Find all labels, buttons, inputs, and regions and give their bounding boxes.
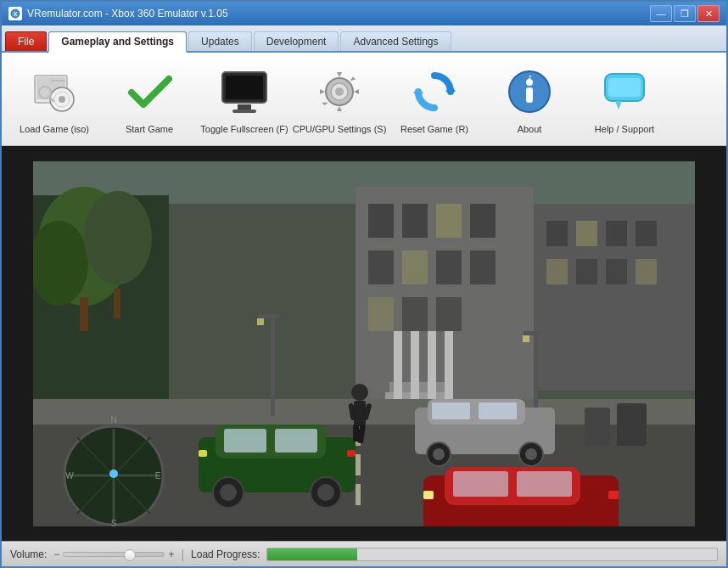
svg-rect-70	[258, 314, 279, 318]
svg-rect-62	[636, 259, 657, 284]
svg-rect-95	[453, 471, 508, 497]
svg-rect-55	[546, 221, 568, 246]
svg-rect-77	[224, 429, 266, 453]
svg-rect-33	[80, 297, 88, 331]
svg-rect-84	[347, 450, 356, 457]
svg-rect-39	[470, 204, 496, 238]
tab-file[interactable]: File	[5, 31, 47, 51]
minimize-button[interactable]: —	[650, 5, 672, 22]
help-support-label: Help / Support	[595, 124, 654, 134]
game-canvas: N S E W	[33, 161, 695, 526]
svg-point-103	[351, 384, 368, 401]
svg-rect-43	[470, 250, 496, 284]
svg-point-90	[433, 448, 445, 460]
svg-marker-26	[615, 101, 622, 110]
window-title: VRemulator.com - Xbox 360 Emulator v.1.0…	[27, 8, 650, 20]
volume-label: Volume:	[10, 548, 47, 560]
svg-rect-71	[257, 318, 264, 325]
svg-rect-109	[585, 408, 610, 446]
progress-label: Load Progress:	[191, 548, 260, 560]
svg-rect-22	[526, 87, 533, 103]
gear-icon	[312, 65, 367, 119]
reset-game-label: Reset Game (R)	[400, 124, 468, 134]
svg-text:N: N	[110, 415, 116, 425]
main-window: X VRemulator.com - Xbox 360 Emulator v.1…	[0, 0, 728, 568]
cpu-gpu-label: CPU/GPU Settings (S)	[293, 124, 387, 134]
svg-point-5	[59, 96, 65, 103]
volume-thumb[interactable]	[124, 549, 136, 561]
svg-rect-78	[275, 429, 317, 453]
svg-rect-40	[368, 250, 394, 284]
svg-text:X: X	[14, 11, 18, 17]
volume-slider[interactable]	[63, 552, 165, 557]
status-bar: Volume: − + | Load Progress:	[2, 541, 726, 566]
svg-point-23	[526, 79, 533, 86]
reset-game-button[interactable]: Reset Game (R)	[389, 58, 480, 141]
svg-rect-56	[576, 221, 597, 246]
svg-rect-68	[356, 484, 361, 505]
svg-text:S: S	[111, 519, 117, 526]
start-game-label: Start Game	[126, 124, 173, 134]
svg-rect-57	[606, 221, 627, 246]
svg-rect-52	[428, 331, 436, 399]
tab-bar: File Gameplay and Settings Updates Devel…	[2, 25, 726, 53]
svg-point-117	[109, 470, 118, 478]
svg-rect-96	[517, 471, 572, 497]
svg-rect-101	[423, 491, 434, 499]
help-support-button[interactable]: Help / Support	[579, 58, 670, 141]
window-controls: — ❐ ✕	[650, 5, 720, 22]
progress-bar	[266, 548, 718, 561]
svg-text:E: E	[155, 471, 161, 481]
start-game-button[interactable]: Start Game	[104, 58, 195, 141]
volume-min-icon: −	[53, 548, 59, 560]
svg-rect-67	[356, 454, 361, 475]
tab-updates[interactable]: Updates	[188, 31, 252, 51]
load-game-label: Load Game (iso)	[20, 124, 89, 134]
status-separator: |	[181, 548, 184, 561]
check-icon	[122, 65, 176, 119]
close-button[interactable]: ✕	[697, 5, 720, 22]
svg-rect-83	[199, 450, 207, 457]
svg-rect-42	[436, 250, 462, 284]
svg-rect-53	[445, 331, 453, 399]
chat-icon	[597, 65, 652, 119]
app-icon: X	[8, 7, 22, 20]
svg-rect-14	[232, 110, 256, 113]
game-area: N S E W	[2, 146, 726, 541]
svg-rect-87	[432, 402, 470, 419]
restore-button[interactable]: ❐	[674, 5, 696, 22]
monitor-icon	[217, 65, 272, 119]
svg-rect-88	[479, 402, 517, 419]
svg-rect-37	[402, 204, 428, 238]
svg-rect-50	[394, 331, 402, 399]
svg-rect-60	[576, 259, 597, 284]
volume-slider-container: − +	[53, 548, 174, 560]
tab-gameplay[interactable]: Gameplay and Settings	[48, 31, 187, 53]
info-icon: i	[502, 65, 557, 119]
load-game-button[interactable]: Load Game (iso)	[8, 58, 100, 141]
svg-rect-25	[608, 78, 641, 97]
svg-point-17	[335, 87, 344, 96]
tab-advanced[interactable]: Advanced Settings	[340, 31, 451, 51]
svg-rect-44	[368, 297, 394, 331]
svg-rect-73	[524, 331, 542, 335]
svg-rect-41	[402, 250, 428, 284]
svg-point-80	[220, 484, 237, 501]
svg-rect-69	[271, 314, 275, 416]
svg-rect-46	[436, 297, 462, 331]
toggle-fullscreen-label: Toggle Fullscreen (F)	[200, 124, 288, 134]
toggle-fullscreen-button[interactable]: Toggle Fullscreen (F)	[199, 58, 290, 141]
svg-rect-61	[606, 259, 627, 284]
svg-point-92	[525, 448, 537, 460]
cpu-gpu-button[interactable]: CPU/GPU Settings (S)	[294, 58, 385, 141]
load-icon	[27, 65, 81, 119]
svg-rect-58	[636, 221, 657, 246]
svg-rect-104	[354, 401, 366, 426]
svg-point-32	[84, 191, 152, 284]
game-scene: N S E W	[33, 161, 695, 526]
tab-development[interactable]: Development	[254, 31, 339, 51]
svg-point-82	[317, 484, 334, 501]
svg-rect-51	[411, 331, 419, 399]
about-button[interactable]: i About	[484, 58, 575, 141]
svg-rect-110	[617, 403, 647, 446]
